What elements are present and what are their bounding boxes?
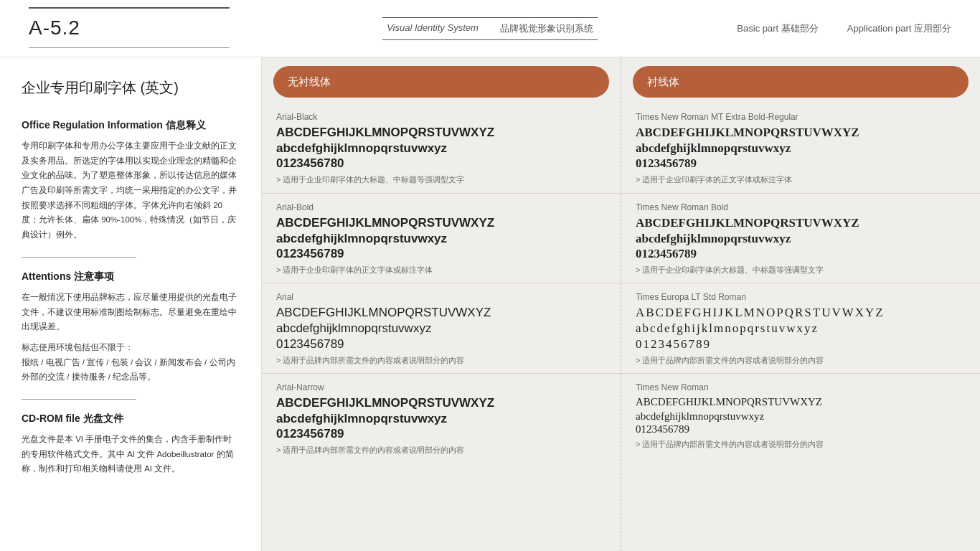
font-lower-times-extrabold: abcdefghijklmnopqrstuvwxyz: [636, 141, 966, 156]
font-name-arial-narrow: Arial-Narrow: [276, 382, 606, 392]
sidebar-divider-2: [22, 399, 136, 400]
header-left: A-5.2: [29, 17, 80, 39]
font-upper-arial-black: ABCDEFGHIJKLMNOPQRSTUVWXYZ: [276, 125, 606, 141]
font-upper-arial-narrow: ABCDEFGHIJKLMNOPQRSTUVWXYZ: [276, 395, 606, 411]
header-zh-title: 品牌视觉形象识别系统: [500, 22, 593, 35]
sidebar: 企业专用印刷字体 (英文) Office Regulation Informat…: [0, 57, 262, 551]
font-desc-arial-black: > 适用于企业印刷字体的大标题、中标题等强调型文字: [276, 174, 606, 186]
font-desc-times-extrabold: > 适用于企业印刷字体的正文字体或标注字体: [636, 174, 966, 186]
font-lower-arial-bold: abcdefghijklmnopqrstuvwxyz: [276, 231, 606, 247]
font-upper-times-extrabold: ABCDEFGHIJKLMNOPQRSTUVWXYZ: [636, 125, 966, 141]
font-numbers-times-bold: 0123456789: [636, 247, 966, 261]
sidebar-divider-1: [22, 257, 136, 258]
sidebar-section-cdrom: CD-ROM file 光盘文件 光盘文件是本 VI 手册电子文件的集合，内含手…: [22, 411, 240, 476]
section-attentions-text: 在一般情况下使用品牌标志，应尽量使用提供的光盘电子文件，不建议使用标准制图绘制标…: [22, 290, 240, 334]
font-numbers-arial-narrow: 0123456789: [276, 427, 606, 441]
serif-header: 衬线体: [633, 66, 969, 98]
section-attentions-list: 标志使用环境包括但不限于：报纸 / 电视广告 / 宣传 / 包装 / 会议 / …: [22, 340, 240, 385]
font-name-arial-bold: Arial-Bold: [276, 202, 606, 212]
font-desc-times-bold: > 适用于企业印刷字体的大标题、中标题等强调型文字: [636, 264, 966, 276]
font-entry-times-bold: Times New Roman Bold ABCDEFGHIJKLMNOPQRS…: [621, 194, 980, 284]
header-en-title: Visual Identity System: [387, 22, 479, 35]
font-numbers-arial: 0123456789: [276, 337, 606, 352]
header-basic-part: Basic part 基础部分: [737, 22, 818, 35]
font-numbers-arial-bold: 0123456789: [276, 247, 606, 261]
header-bottom-line: [29, 47, 230, 48]
main-content: 企业专用印刷字体 (英文) Office Regulation Informat…: [0, 57, 980, 551]
font-name-times-regular: Times New Roman: [636, 382, 966, 392]
sans-serif-label: 无衬线体: [288, 75, 331, 89]
font-name-arial: Arial: [276, 292, 606, 302]
font-entry-arial-bold: Arial-Bold ABCDEFGHIJKLMNOPQRSTUVWXYZ ab…: [262, 194, 621, 284]
serif-column: 衬线体 Times New Roman MT Extra Bold-Regula…: [621, 57, 980, 551]
font-entry-arial: Arial ABCDEFGHIJKLMNOPQRSTUVWXYZ abcdefg…: [262, 283, 621, 374]
sans-serif-column: 无衬线体 Arial-Black ABCDEFGHIJKLMNOPQRSTUVW…: [262, 57, 621, 551]
font-name-times-europa: Times Europa LT Std Roman: [636, 292, 966, 302]
font-name-arial-black: Arial-Black: [276, 112, 606, 122]
page-number: A-5.2: [29, 17, 80, 39]
font-upper-arial: ABCDEFGHIJKLMNOPQRSTUVWXYZ: [276, 305, 606, 321]
font-numbers-times-extrabold: 0123456789: [636, 156, 966, 171]
header-center-bottom-line: [382, 39, 598, 40]
serif-label: 衬线体: [647, 75, 679, 89]
font-desc-arial-bold: > 适用于企业印刷字体的正文字体或标注字体: [276, 264, 606, 276]
font-desc-times-europa: > 适用于品牌内部所需文件的内容或者说明部分的内容: [636, 354, 966, 367]
font-numbers-times-regular: 0123456789: [636, 423, 966, 435]
header-basic-label: Basic part 基础部分: [737, 22, 818, 35]
font-lower-arial-narrow: abcdefghijklmnopqrstuvwxyz: [276, 411, 606, 427]
font-lower-times-regular: abcdefghijklmnopqrstuvwxyz: [636, 410, 966, 424]
font-name-times-extrabold: Times New Roman MT Extra Bold-Regular: [636, 112, 966, 122]
font-entry-times-europa: Times Europa LT Std Roman ABCDEFGHIJKLMN…: [621, 283, 980, 374]
header: A-5.2 Visual Identity System 品牌视觉形象识别系统 …: [0, 0, 980, 57]
font-name-times-bold: Times New Roman Bold: [636, 202, 966, 212]
header-top-line: [29, 7, 230, 9]
content-inner: 无衬线体 Arial-Black ABCDEFGHIJKLMNOPQRSTUVW…: [262, 57, 980, 551]
font-lower-arial: abcdefghijklmnopqrstuvwxyz: [276, 321, 606, 336]
header-center-titles: Visual Identity System 品牌视觉形象识别系统: [387, 22, 593, 35]
font-lower-times-bold: abcdefghijklmnopqrstuvwxyz: [636, 231, 966, 247]
header-right: Basic part 基础部分 Application part 应用部分: [737, 22, 951, 35]
font-numbers-times-europa: 0123456789: [636, 337, 966, 352]
font-desc-arial: > 适用于品牌内部所需文件的内容或者说明部分的内容: [276, 354, 606, 367]
header-center-top-line: [382, 17, 598, 18]
header-application-label: Application part 应用部分: [847, 22, 951, 35]
header-center: Visual Identity System 品牌视觉形象识别系统: [382, 17, 598, 40]
section-cdrom-text: 光盘文件是本 VI 手册电子文件的集合，内含手册制作时的专用软件格式文件。其中 …: [22, 432, 240, 476]
section-info-text: 专用印刷字体和专用办公字体主要应用于企业文献的正文及实务用品。所选定的字体用以实…: [22, 138, 240, 242]
font-upper-arial-bold: ABCDEFGHIJKLMNOPQRSTUVWXYZ: [276, 215, 606, 231]
sidebar-title: 企业专用印刷字体 (英文): [22, 77, 240, 98]
font-entry-times-extrabold: Times New Roman MT Extra Bold-Regular AB…: [621, 103, 980, 194]
font-lower-arial-black: abcdefghijklmnopqrstuvwxyz: [276, 141, 606, 156]
font-lower-times-europa: abcdefghijklmnopqrstuvwxyz: [636, 321, 966, 336]
font-entry-times-regular: Times New Roman ABCDEFGHIJKLMNOPQRSTUVWX…: [621, 374, 980, 458]
section-info-title: Office Regulation Information 信息释义: [22, 118, 240, 133]
font-upper-times-regular: ABCDEFGHIJKLMNOPQRSTUVWXYZ: [636, 395, 966, 410]
sidebar-section-info: Office Regulation Information 信息释义 专用印刷字…: [22, 118, 240, 242]
font-entry-arial-narrow: Arial-Narrow ABCDEFGHIJKLMNOPQRSTUVWXYZ …: [262, 374, 621, 463]
font-desc-arial-narrow: > 适用于品牌内部所需文件的内容或者说明部分的内容: [276, 444, 606, 456]
font-numbers-arial-black: 0123456780: [276, 156, 606, 171]
header-application-part: Application part 应用部分: [847, 22, 951, 35]
font-upper-times-europa: ABCDEFGHIJKLMNOPQRSTUVWXYZ: [636, 305, 966, 321]
section-cdrom-title: CD-ROM file 光盘文件: [22, 411, 240, 426]
font-upper-times-bold: ABCDEFGHIJKLMNOPQRSTUVWXYZ: [636, 215, 966, 231]
content-area: 无衬线体 Arial-Black ABCDEFGHIJKLMNOPQRSTUVW…: [262, 57, 980, 551]
section-attentions-title: Attentions 注意事项: [22, 269, 240, 284]
sidebar-section-attentions: Attentions 注意事项 在一般情况下使用品牌标志，应尽量使用提供的光盘电…: [22, 269, 240, 385]
font-desc-times-regular: > 适用于品牌内部所需文件的内容或者说明部分的内容: [636, 438, 966, 451]
sans-serif-header: 无衬线体: [273, 66, 609, 98]
font-entry-arial-black: Arial-Black ABCDEFGHIJKLMNOPQRSTUVWXYZ a…: [262, 103, 621, 194]
